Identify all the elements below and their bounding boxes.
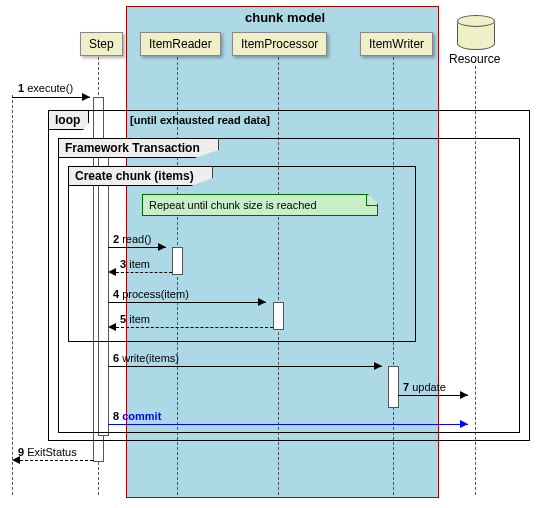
arrow-icon	[12, 456, 20, 464]
msg-update-line	[398, 395, 468, 396]
arrow-icon	[460, 391, 468, 399]
frame-create-chunk-label: Create chunk (items)	[68, 166, 213, 186]
arrow-icon	[108, 268, 116, 276]
msg-process-label: 4 process(item)	[113, 288, 189, 300]
msg-item2-label: 5 item	[120, 313, 150, 325]
msg-item1-line	[116, 272, 172, 273]
msg-exitstatus-label: 9 ExitStatus	[18, 446, 77, 458]
msg-execute-line	[12, 97, 90, 98]
frame-loop-label: loop	[48, 110, 89, 130]
resource-label: Resource	[449, 52, 500, 66]
frame-transaction-label: Framework Transaction	[58, 138, 219, 158]
msg-commit-label: 8 commit	[113, 410, 161, 422]
msg-item2-line	[116, 327, 273, 328]
msg-read-label: 2 read()	[113, 233, 152, 245]
lifeline-left	[12, 95, 13, 495]
msg-commit-line	[108, 424, 468, 425]
msg-write-label: 6 write(items)	[113, 352, 179, 364]
msg-update-label: 7 update	[403, 381, 446, 393]
sequence-diagram: chunk model Step ItemReader ItemProcesso…	[0, 0, 541, 508]
arrow-icon	[374, 362, 382, 370]
arrow-icon	[158, 243, 166, 251]
frame-loop-condition: [until exhausted read data]	[130, 114, 270, 126]
chunk-model-label: chunk model	[245, 10, 325, 25]
msg-execute-label: 1 execute()	[18, 82, 73, 94]
arrow-icon	[108, 323, 116, 331]
participant-step: Step	[80, 32, 123, 56]
resource-database-icon	[457, 18, 495, 50]
participant-item-processor: ItemProcessor	[232, 32, 327, 56]
participant-item-reader: ItemReader	[140, 32, 221, 56]
msg-item1-label: 3 item	[120, 258, 150, 270]
note-repeat: Repeat until chunk size is reached	[142, 194, 378, 216]
arrow-icon	[82, 93, 90, 101]
msg-write-line	[108, 366, 382, 367]
msg-process-line	[108, 302, 266, 303]
arrow-icon	[258, 298, 266, 306]
participant-item-writer: ItemWriter	[360, 32, 433, 56]
arrow-icon	[460, 420, 468, 428]
msg-exitstatus-line	[20, 460, 93, 461]
